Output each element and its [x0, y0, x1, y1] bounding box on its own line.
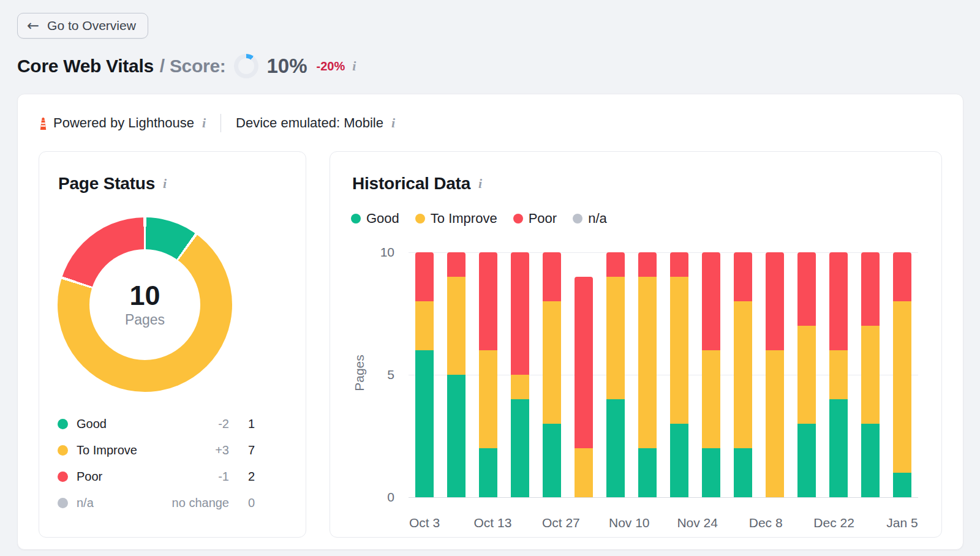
bar-segment-poor	[511, 252, 529, 375]
good-dot-icon	[58, 419, 68, 429]
bar-segment-to-improve	[606, 277, 625, 399]
bar[interactable]	[670, 252, 688, 497]
bar[interactable]	[638, 252, 657, 497]
lighthouse-icon	[39, 116, 47, 130]
bar[interactable]	[511, 252, 529, 497]
legend-row-poor: Poor -1 2	[58, 464, 255, 490]
device-info-icon[interactable]: i	[391, 116, 395, 130]
bar[interactable]	[861, 252, 880, 497]
bar-segment-poor	[670, 252, 688, 277]
score-info-icon[interactable]: i	[352, 59, 356, 73]
bar-segment-good	[606, 399, 625, 497]
y-tick-label: 0	[358, 489, 394, 505]
legend-row-good: Good -2 1	[58, 411, 255, 437]
page-header: Core Web Vitals / Score: 10% -20% i	[17, 53, 356, 80]
bar-segment-to-improve	[447, 277, 466, 375]
bar[interactable]	[893, 252, 911, 497]
bar[interactable]	[734, 252, 752, 497]
bar[interactable]	[415, 252, 434, 497]
bar-segment-to-improve	[797, 326, 816, 424]
bar[interactable]	[829, 252, 848, 497]
page-status-legend: Good -2 1 To Improve +3 7 Poor -1 2 n/a …	[58, 411, 255, 516]
legend-item-na[interactable]: n/a	[573, 211, 607, 227]
powered-by-label: Powered by Lighthouse	[53, 115, 194, 131]
na-dot-icon	[573, 214, 582, 224]
legend-row-to-improve: To Improve +3 7	[58, 437, 255, 464]
bar-segment-poor	[734, 252, 752, 301]
legend-value: 1	[229, 417, 255, 431]
legend-change: -1	[218, 470, 229, 484]
bar[interactable]	[606, 252, 625, 497]
bar-segment-poor	[638, 252, 657, 277]
poor-dot-icon	[513, 214, 523, 224]
bar-segment-good	[638, 448, 657, 497]
bar-segment-good	[670, 424, 688, 497]
bar-segment-good	[797, 424, 816, 497]
x-axis-label: Oct 3	[409, 516, 440, 530]
to-improve-dot-icon	[58, 445, 68, 456]
bar-segment-to-improve	[766, 350, 784, 497]
page-status-info-icon[interactable]: i	[163, 177, 167, 190]
bar-segment-to-improve	[829, 350, 848, 399]
legend-change: -2	[218, 417, 229, 431]
bar[interactable]	[766, 252, 784, 497]
page-status-card: Page Status i 10 Pages Good -2 1 To Impr…	[39, 151, 306, 538]
y-tick-label: 10	[358, 244, 394, 260]
bar-segment-poor	[797, 252, 816, 326]
page-status-title: Page Status	[58, 174, 155, 193]
x-axis-label: Jan 5	[886, 516, 918, 530]
legend-value: 7	[229, 443, 255, 457]
core-web-vitals-panel: Powered by Lighthouse i Device emulated:…	[17, 94, 963, 550]
page-title: Core Web Vitals	[17, 56, 154, 77]
bar[interactable]	[543, 252, 561, 497]
to-improve-dot-icon	[415, 214, 425, 224]
legend-label: n/a	[77, 496, 94, 510]
bar-segment-to-improve	[670, 277, 688, 424]
bar-segment-poor	[766, 252, 784, 350]
bar[interactable]	[575, 252, 593, 497]
back-button-label: Go to Overview	[47, 18, 136, 33]
bar[interactable]	[702, 252, 720, 497]
bar-segment-poor	[447, 252, 466, 277]
bar-segment-good	[702, 448, 720, 497]
legend-label: To Improve	[77, 443, 137, 457]
score-label: / Score:	[160, 56, 226, 77]
bar[interactable]	[479, 252, 497, 497]
legend-item-label: n/a	[588, 211, 607, 227]
historical-info-icon[interactable]: i	[478, 177, 482, 190]
poor-dot-icon	[58, 471, 68, 482]
powered-by-info-icon[interactable]: i	[202, 116, 206, 130]
x-axis-label: Oct 13	[473, 516, 511, 530]
page-status-donut[interactable]: 10 Pages	[58, 217, 232, 392]
legend-item-label: To Improve	[431, 211, 497, 227]
bar-segment-good	[543, 424, 561, 497]
bar-segment-good	[511, 399, 529, 497]
bar-segment-poor	[829, 252, 848, 350]
bar[interactable]	[447, 252, 466, 497]
bar-segment-poor	[543, 252, 561, 301]
legend-value: 0	[229, 496, 255, 510]
bar-segment-to-improve	[479, 350, 497, 448]
bar-segment-to-improve	[638, 277, 657, 448]
legend-label: Poor	[77, 470, 102, 484]
legend-item-good[interactable]: Good	[351, 211, 399, 227]
bar-segment-to-improve	[702, 350, 720, 448]
device-emulated-label: Device emulated: Mobile	[236, 115, 383, 131]
chart-plot: Oct 3Oct 13Oct 27Nov 10Nov 24Dec 8Dec 22…	[409, 252, 918, 497]
bar-segment-to-improve	[543, 301, 561, 424]
bar-segment-poor	[575, 277, 593, 448]
score-value: 10%	[266, 54, 307, 78]
bar-segment-good	[415, 350, 434, 497]
x-axis-label: Nov 10	[609, 516, 650, 530]
donut-center: 10 Pages	[58, 217, 232, 392]
legend-item-poor[interactable]: Poor	[513, 211, 557, 227]
bar-segment-good	[447, 375, 466, 497]
back-button[interactable]: ← Go to Overview	[17, 13, 148, 39]
bar-segment-to-improve	[415, 301, 434, 350]
bar-segment-good	[829, 399, 848, 497]
legend-item-to-improve[interactable]: To Improve	[415, 211, 497, 227]
bar[interactable]	[797, 252, 816, 497]
score-donut-icon	[234, 54, 258, 78]
donut-total: 10	[129, 281, 160, 310]
bar-segment-poor	[606, 252, 625, 277]
